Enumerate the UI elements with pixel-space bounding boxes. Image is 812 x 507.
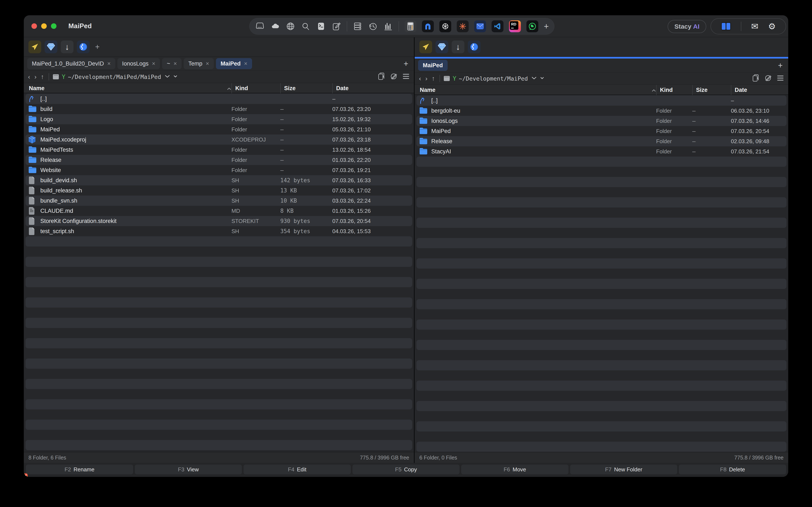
copy-path-icon[interactable]: [378, 72, 385, 81]
mail-app-icon[interactable]: [474, 20, 486, 32]
function-key-button[interactable]: F5 Copy: [353, 464, 460, 474]
file-row[interactable]: ✓ ? MaiPed Folder – 07.03.26, 20:54: [416, 126, 786, 136]
file-row[interactable]: ✓ ? IonosLogs Folder – 07.03.26, 14:46: [416, 116, 786, 126]
tab-close-icon[interactable]: ×: [107, 60, 111, 67]
function-key-button[interactable]: F6 Move: [461, 464, 568, 474]
zoom-window-button[interactable]: [51, 23, 56, 29]
downloads-favorite-icon[interactable]: ↓: [61, 41, 73, 53]
column-header-size[interactable]: Size: [280, 83, 332, 93]
file-row[interactable]: ✓ ? [..] –: [416, 96, 786, 106]
function-key-button[interactable]: F4 Edit: [244, 464, 351, 474]
chevron-down-small-icon[interactable]: [173, 75, 177, 79]
tab[interactable]: IonosLogs ×: [117, 58, 160, 69]
file-row[interactable]: ✓ ? MaiPedTests Folder – 13.02.26, 18:54: [26, 145, 412, 155]
rider-app-icon[interactable]: RD: [509, 20, 521, 32]
chatgpt-app-icon[interactable]: [439, 20, 451, 32]
activity-chart-icon[interactable]: [383, 21, 393, 31]
tab-close-icon[interactable]: ×: [173, 60, 177, 67]
file-row[interactable]: ✓ ? [..] –: [26, 94, 412, 104]
back-icon[interactable]: ‹: [28, 73, 30, 80]
hidden-files-eye-icon[interactable]: [764, 74, 772, 82]
column-header-date[interactable]: Date: [332, 83, 410, 93]
file-row[interactable]: ✓ ? build Folder – 07.03.26, 23:20: [26, 104, 412, 114]
downloads-favorite-icon[interactable]: ↓: [452, 41, 464, 53]
file-row[interactable]: ✓ ? Release Folder – 01.03.26, 22:20: [26, 155, 412, 165]
up-icon[interactable]: ↑: [41, 73, 44, 80]
file-row[interactable]: ✓ ? build_release.sh SH 13 KB 07.03.26, …: [26, 185, 412, 195]
whatsapp-app-icon[interactable]: [526, 20, 538, 32]
add-toolbar-app-button[interactable]: +: [544, 22, 549, 31]
tab[interactable]: MaiPed: [418, 60, 448, 71]
external-drive-icon[interactable]: [255, 21, 265, 31]
split-view-icon[interactable]: [721, 22, 731, 31]
file-row[interactable]: ✓ ? StoreKit Configuration.storekit STOR…: [26, 216, 412, 226]
servers-icon[interactable]: [353, 21, 362, 31]
calculator-app-icon[interactable]: [405, 20, 416, 32]
back-icon[interactable]: ‹: [419, 75, 421, 82]
claude-app-icon[interactable]: [457, 20, 469, 32]
file-row[interactable]: ✓ ? Website Folder – 07.03.26, 19:21: [26, 165, 412, 175]
current-path[interactable]: ~/Development/MaiPed: [459, 75, 528, 82]
list-view-icon[interactable]: [777, 75, 784, 82]
file-row[interactable]: ✓ ? bergdolt-eu Folder – 06.03.26, 23:10: [416, 106, 786, 116]
function-key-button[interactable]: F8 Delete: [679, 464, 786, 474]
cloud-icon[interactable]: [270, 21, 280, 31]
mail-envelope-icon[interactable]: ✉: [751, 22, 759, 31]
column-header-size[interactable]: Size: [692, 85, 731, 95]
column-header-kind[interactable]: Kind: [232, 83, 280, 93]
column-header-date[interactable]: Date: [731, 85, 784, 95]
tab[interactable]: ~ ×: [162, 58, 182, 69]
current-path[interactable]: ~/Development/MaiPed/MaiPed: [68, 74, 161, 80]
file-row[interactable]: ✓ ? Release Folder – 02.03.26, 09:48: [416, 136, 786, 147]
file-row[interactable]: ✓ ? Logo Folder – 15.02.26, 19:32: [26, 114, 412, 124]
function-key-button[interactable]: F3 View: [135, 464, 242, 474]
send-favorite-icon[interactable]: [419, 41, 432, 53]
column-header-name[interactable]: Name: [419, 85, 656, 95]
forward-icon[interactable]: ›: [35, 73, 37, 80]
close-window-button[interactable]: [32, 23, 37, 29]
stacy-ai-button[interactable]: Stacy AI: [668, 20, 706, 33]
tab-close-icon[interactable]: ×: [244, 60, 247, 67]
list-view-icon[interactable]: [402, 73, 410, 80]
file-row[interactable]: ✓ ? test_script.sh SH 354 bytes 04.03.26…: [26, 226, 412, 236]
function-key-button[interactable]: F7 New Folder: [570, 464, 677, 474]
forward-icon[interactable]: ›: [425, 75, 427, 82]
globe-favorite-icon[interactable]: [77, 41, 90, 53]
new-tab-button[interactable]: +: [404, 59, 408, 68]
tab-close-icon[interactable]: ×: [206, 60, 209, 67]
tab[interactable]: MaiPed_1.0_Build20_DevID ×: [27, 58, 115, 69]
chevron-down-icon[interactable]: [164, 74, 170, 79]
hidden-files-eye-icon[interactable]: [390, 73, 398, 81]
gem-favorite-icon[interactable]: [45, 41, 57, 53]
new-tab-button[interactable]: +: [778, 61, 783, 70]
tab-close-icon[interactable]: ×: [152, 60, 155, 67]
globe-favorite-icon[interactable]: [468, 41, 480, 53]
column-header-kind[interactable]: Kind: [656, 85, 692, 95]
file-row[interactable]: ✓ ? build_devid.sh SH 142 bytes 07.03.26…: [26, 175, 412, 185]
copy-path-icon[interactable]: [752, 74, 759, 83]
gem-favorite-icon[interactable]: [436, 41, 448, 53]
up-icon[interactable]: ↑: [432, 75, 435, 82]
file-row[interactable]: ✓ ? MaiPed Folder – 05.03.26, 21:10: [26, 124, 412, 134]
minimize-window-button[interactable]: [41, 23, 47, 29]
file-row[interactable]: ✓ ? StacyAI Folder – 07.03.26, 21:54: [416, 147, 786, 157]
history-icon[interactable]: [368, 21, 378, 31]
chevron-down-small-icon[interactable]: [540, 76, 544, 80]
tab[interactable]: Temp ×: [184, 58, 214, 69]
search-icon[interactable]: [301, 21, 311, 31]
column-header-name[interactable]: Name: [28, 83, 232, 93]
globe-icon[interactable]: [286, 21, 295, 31]
add-favorite-button[interactable]: +: [95, 43, 100, 51]
tab[interactable]: MaiPed ×: [216, 58, 252, 69]
send-favorite-icon[interactable]: [29, 41, 41, 53]
vscode-app-icon[interactable]: [492, 20, 503, 32]
chevron-down-icon[interactable]: [531, 76, 537, 81]
file-row[interactable]: ✓ ? CLAUDE.md MD 8 KB 01.03.26, 15:26: [26, 206, 412, 216]
arc-browser-app-icon[interactable]: [422, 20, 434, 32]
file-row[interactable]: ✓ ? bundle_svn.sh SH 10 KB 03.03.26, 22:…: [26, 195, 412, 206]
function-key-button[interactable]: F2 Rename: [26, 464, 133, 474]
compose-icon[interactable]: [332, 21, 341, 31]
settings-gear-icon[interactable]: ⚙: [768, 22, 776, 31]
file-row[interactable]: ✓ ? MaiPed.xcodeproj XCODEPROJ – 07.03.2…: [26, 134, 412, 145]
terminal-icon[interactable]: [316, 21, 326, 31]
